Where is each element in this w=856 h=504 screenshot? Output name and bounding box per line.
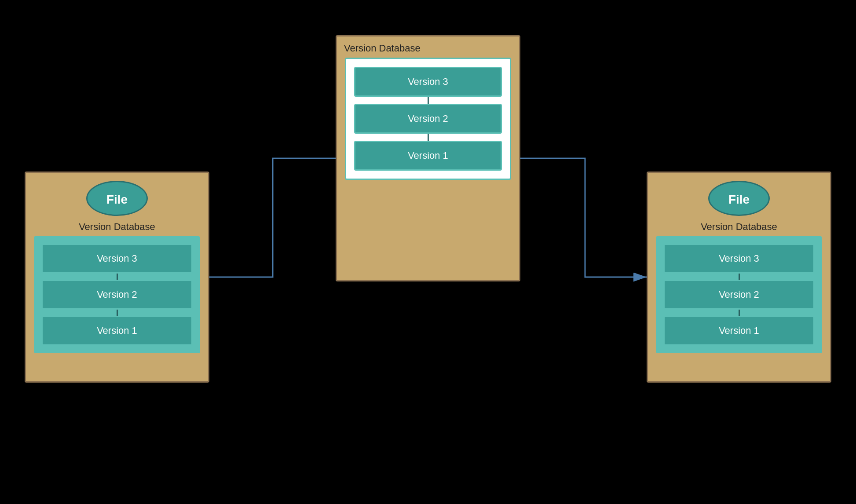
center-inner-white: Version 3 Version 2 Version 1 xyxy=(345,58,511,180)
left-file-oval: File xyxy=(86,181,148,216)
left-connector-2-1 xyxy=(117,310,118,316)
left-db-box: File Version Database Version 3 Version … xyxy=(25,172,209,383)
arrow-center-to-left xyxy=(209,158,336,277)
left-version-3: Version 3 xyxy=(41,244,193,274)
center-db-box: Version Database Version 3 Version 2 Ver… xyxy=(336,35,520,281)
right-db-box: File Version Database Version 3 Version … xyxy=(647,172,831,383)
diagram-container: Version Database Version 3 Version 2 Ver… xyxy=(0,0,856,504)
right-version-3: Version 3 xyxy=(663,244,815,274)
left-inner-teal: Version 3 Version 2 Version 1 xyxy=(34,236,200,353)
center-db-label: Version Database xyxy=(337,37,519,58)
right-connector-2-1 xyxy=(739,310,740,316)
right-connector-3-2 xyxy=(739,274,740,280)
left-version-1: Version 1 xyxy=(41,316,193,346)
center-version-2: Version 2 xyxy=(354,104,502,134)
right-file-oval: File xyxy=(708,181,770,216)
right-inner-teal: Version 3 Version 2 Version 1 xyxy=(656,236,822,353)
center-version-3: Version 3 xyxy=(354,67,502,97)
center-connector-2-1 xyxy=(428,134,429,141)
arrow-center-to-right xyxy=(520,158,647,277)
left-connector-3-2 xyxy=(117,274,118,280)
right-version-2: Version 2 xyxy=(663,280,815,310)
center-connector-3-2 xyxy=(428,97,429,104)
center-version-1: Version 1 xyxy=(354,141,502,171)
left-version-2: Version 2 xyxy=(41,280,193,310)
left-db-label: Version Database xyxy=(26,219,208,236)
right-version-1: Version 1 xyxy=(663,316,815,346)
right-db-label: Version Database xyxy=(648,219,830,236)
